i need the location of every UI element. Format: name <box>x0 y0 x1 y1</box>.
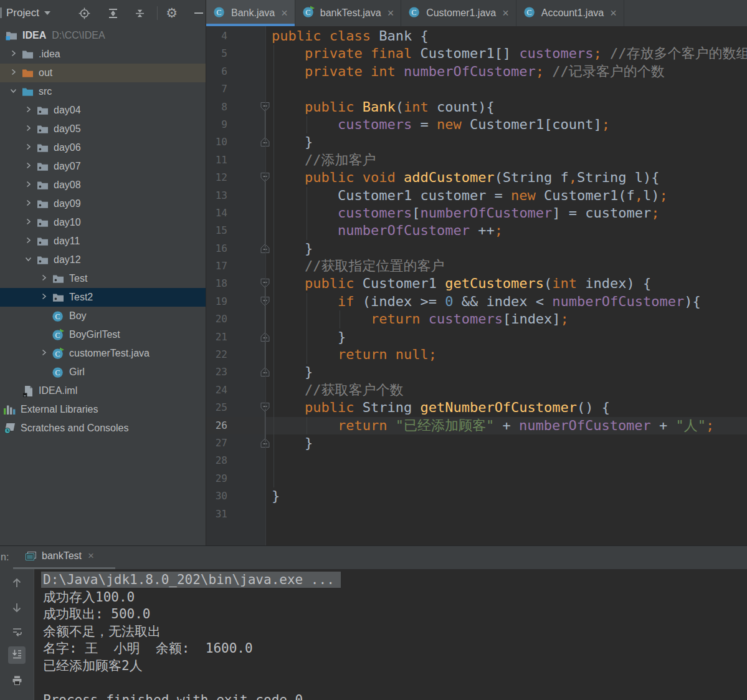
tree-item-girl[interactable]: CGirl <box>0 363 206 381</box>
code-token: (String f <box>495 170 569 185</box>
chevron-right-icon[interactable] <box>5 67 21 79</box>
chevron-right-icon[interactable] <box>36 292 52 303</box>
chevron-down-icon[interactable] <box>5 86 21 97</box>
code-text: customers[numberOfCustomer] = customer; <box>265 204 660 222</box>
tree-item-day09[interactable]: day09 <box>0 194 206 213</box>
tree-item-scratches-and-consoles[interactable]: Scratches and Consoles <box>0 419 206 438</box>
tree-item-day08[interactable]: day08 <box>0 176 206 194</box>
chevron-right-icon[interactable] <box>5 49 21 60</box>
package-icon <box>36 235 49 247</box>
tree-item-out[interactable]: out <box>0 64 206 82</box>
close-icon[interactable]: × <box>610 8 617 18</box>
tree-item-external-libraries[interactable]: External Libraries <box>0 400 206 419</box>
chevron-right-icon[interactable] <box>20 123 36 135</box>
tab-label: Account1.java <box>541 7 604 19</box>
close-icon[interactable]: × <box>502 8 509 18</box>
soft-wrap-button[interactable] <box>8 624 26 641</box>
close-icon[interactable]: × <box>388 8 394 18</box>
line-number: 6 <box>206 63 265 80</box>
clear-all-button[interactable] <box>8 695 26 700</box>
chevron-right-icon[interactable] <box>20 217 36 228</box>
code-token: new <box>437 117 470 132</box>
run-panel-body: D:\Java\jdk1.8.0_202\bin\java.exe ...成功存… <box>0 569 747 700</box>
code-token <box>272 205 338 221</box>
close-icon[interactable]: × <box>281 8 288 18</box>
code-text: public Bank(int count){ <box>265 98 495 116</box>
code-line-23: 23 } <box>206 363 747 381</box>
code-token: customers <box>519 46 593 61</box>
run-tab-banktest[interactable]: bankTest × <box>25 550 94 562</box>
project-view-label: Project <box>6 7 39 19</box>
expand-all-icon <box>108 8 118 19</box>
tree-item-day05[interactable]: day05 <box>0 120 206 138</box>
expand-all-button[interactable] <box>107 6 120 20</box>
code-text: public void addCustomer(String f,String … <box>265 169 660 186</box>
chevron-right-icon[interactable] <box>20 198 36 209</box>
tree-item-boy[interactable]: CBoy <box>0 307 206 325</box>
svg-text:C: C <box>412 8 417 17</box>
chevron-down-icon[interactable] <box>20 254 36 266</box>
chevron-right-icon[interactable] <box>20 105 36 116</box>
settings-button[interactable]: ⚙ <box>165 6 179 20</box>
code-line-4: 4public class Bank { <box>206 27 747 45</box>
chevron-right-icon[interactable] <box>20 180 36 191</box>
tree-item-label: Test <box>69 273 87 284</box>
tree-item-label: out <box>39 67 52 79</box>
code-token: getCustomers <box>445 276 544 291</box>
editor-body[interactable]: 4public class Bank {5 private final Cust… <box>206 26 747 545</box>
editor-tab-account1-java[interactable]: CAccount1.java× <box>516 0 624 26</box>
tree-item-day11[interactable]: day11 <box>0 232 206 251</box>
scroll-to-end-button[interactable] <box>8 646 26 664</box>
print-button[interactable] <box>8 673 26 690</box>
code-line-10: 10 } <box>206 133 747 151</box>
tree-item-day04[interactable]: day04 <box>0 101 206 120</box>
close-icon[interactable]: × <box>88 551 94 561</box>
code-token: numberOfCustomer <box>404 64 536 79</box>
indent-guide <box>307 293 307 364</box>
code-token: customers <box>429 311 503 327</box>
tree-item-boygirltest[interactable]: CBoyGirlTest <box>0 325 206 344</box>
chevron-right-icon[interactable] <box>20 161 36 172</box>
tree-item-day12[interactable]: day12 <box>0 251 206 269</box>
locate-file-button[interactable] <box>78 6 92 20</box>
folder-icon <box>21 48 34 60</box>
arrow-down-button[interactable] <box>8 600 26 618</box>
code-text: private final Customer1[] customers; //存… <box>265 45 747 62</box>
tree-item-idea[interactable]: .idea <box>0 45 206 64</box>
console-output[interactable]: D:\Java\jdk1.8.0_202\bin\java.exe ...成功存… <box>35 569 747 700</box>
tree-item-project-root[interactable]: IDEA D:\CC\IDEA <box>0 26 206 45</box>
code-token: + <box>494 418 519 433</box>
collapse-all-button[interactable] <box>133 6 147 20</box>
run-tab-label: bankTest <box>42 550 82 562</box>
line-number: 11 <box>206 151 265 169</box>
chevron-right-icon[interactable] <box>20 236 36 247</box>
svg-text:C: C <box>217 8 222 17</box>
editor-tab-bank-java[interactable]: CBank.java× <box>206 0 295 26</box>
arrow-up-button[interactable] <box>8 575 26 593</box>
editor-tab-customer1-java[interactable]: CCustomer1.java× <box>401 0 516 26</box>
code-token: new <box>511 188 544 203</box>
minimize-icon <box>194 12 203 14</box>
code-line-25: 25 public String getNumberOfCustomer() { <box>206 399 747 416</box>
project-view-dropdown[interactable]: Project <box>6 7 50 19</box>
class-icon: C <box>52 366 65 378</box>
tree-item-test2[interactable]: Test2 <box>0 288 206 307</box>
editor-tab-banktest-java[interactable]: CbankTest.java× <box>295 0 401 26</box>
tree-item-customertest-java[interactable]: CcustomerTest.java <box>0 344 206 363</box>
code-token: ; <box>536 64 544 79</box>
project-root-name: IDEA <box>22 30 46 41</box>
run-panel-header: n: bankTest × <box>0 545 747 569</box>
chevron-right-icon[interactable] <box>36 348 52 359</box>
svg-text:C: C <box>305 8 310 17</box>
chevron-right-icon[interactable] <box>36 273 52 284</box>
chevron-right-icon[interactable] <box>20 142 36 153</box>
code-area: 4public class Bank {5 private final Cust… <box>206 26 747 523</box>
tree-item-day10[interactable]: day10 <box>0 213 206 232</box>
tree-item-test[interactable]: Test <box>0 269 206 288</box>
code-token: ; <box>561 311 569 327</box>
tree-item-day06[interactable]: day06 <box>0 138 206 157</box>
tree-item-day07[interactable]: day07 <box>0 157 206 176</box>
tree-item-src[interactable]: src <box>0 82 206 101</box>
tree-item-idea-iml[interactable]: IDEA.iml <box>0 381 206 400</box>
hide-panel-button[interactable] <box>192 6 206 20</box>
